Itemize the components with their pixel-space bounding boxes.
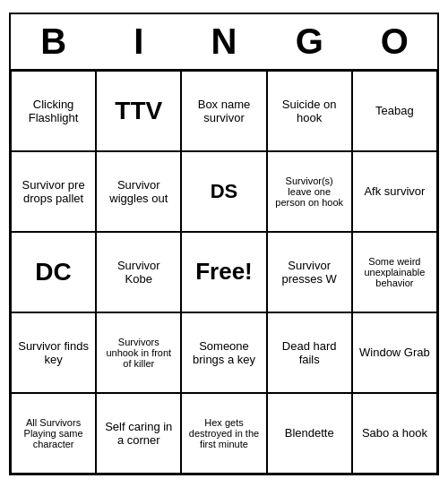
bingo-cell-15[interactable]: Survivor finds key [11,312,96,393]
letter-g: G [267,14,352,69]
cell-text-24: Sabo a hook [358,426,431,440]
cell-text-16: Survivors unhook in front of killer [102,337,175,369]
letter-b: B [11,14,96,69]
bingo-cell-4[interactable]: Teabag [352,71,437,151]
letter-n: N [181,14,266,69]
bingo-cell-7[interactable]: DS [181,151,266,232]
cell-text-1: TTV [102,97,175,125]
cell-text-17: Someone brings a key [187,339,260,366]
cell-text-14: Some weird unexplainable behavior [358,256,431,288]
letter-i: I [96,14,181,69]
bingo-cell-17[interactable]: Someone brings a key [181,312,266,393]
bingo-cell-22[interactable]: Hex gets destroyed in the first minute [181,393,266,474]
cell-text-4: Teabag [358,104,431,117]
cell-text-15: Survivor finds key [17,339,90,366]
cell-text-7: DS [187,180,260,203]
cell-text-8: Survivor(s) leave one person on hook [273,175,346,208]
cell-text-5: Survivor pre drops pallet [17,178,90,205]
bingo-cell-20[interactable]: All Survivors Playing same character [11,393,96,474]
cell-text-20: All Survivors Playing same character [17,417,90,449]
cell-text-18: Dead hard fails [273,339,346,366]
bingo-cell-1[interactable]: TTV [96,71,181,151]
bingo-cell-9[interactable]: Afk survivor [352,151,437,232]
bingo-cell-6[interactable]: Survivor wiggles out [96,151,181,232]
bingo-grid: Clicking FlashlightTTVBox name survivorS… [11,69,437,474]
bingo-cell-16[interactable]: Survivors unhook in front of killer [96,312,181,393]
bingo-cell-19[interactable]: Window Grab [352,312,437,393]
bingo-cell-5[interactable]: Survivor pre drops pallet [11,151,96,232]
cell-text-6: Survivor wiggles out [102,178,175,205]
cell-text-21: Self caring in a corner [102,420,175,447]
cell-text-22: Hex gets destroyed in the first minute [187,417,260,449]
cell-text-3: Suicide on hook [273,98,346,124]
cell-text-13: Survivor presses W [273,259,346,286]
bingo-cell-24[interactable]: Sabo a hook [352,393,437,474]
letter-o: O [352,14,437,69]
bingo-cell-23[interactable]: Blendette [267,393,352,474]
bingo-cell-10[interactable]: DC [11,232,96,312]
cell-text-9: Afk survivor [358,184,431,198]
bingo-header: B I N G O [11,14,437,69]
cell-text-12: Free! [187,258,260,286]
bingo-cell-14[interactable]: Some weird unexplainable behavior [352,232,437,312]
cell-text-11: Survivor Kobe [102,259,175,286]
cell-text-0: Clicking Flashlight [17,98,90,124]
bingo-cell-8[interactable]: Survivor(s) leave one person on hook [267,151,352,232]
cell-text-23: Blendette [273,426,346,440]
bingo-cell-11[interactable]: Survivor Kobe [96,232,181,312]
cell-text-10: DC [17,258,90,286]
bingo-card: B I N G O Clicking FlashlightTTVBox name… [9,13,439,475]
bingo-cell-0[interactable]: Clicking Flashlight [11,71,96,151]
bingo-cell-3[interactable]: Suicide on hook [267,71,352,151]
bingo-cell-21[interactable]: Self caring in a corner [96,393,181,474]
cell-text-2: Box name survivor [187,98,260,124]
bingo-cell-2[interactable]: Box name survivor [181,71,266,151]
cell-text-19: Window Grab [358,346,431,359]
bingo-cell-12[interactable]: Free! [181,232,266,312]
bingo-cell-18[interactable]: Dead hard fails [267,312,352,393]
bingo-cell-13[interactable]: Survivor presses W [267,232,352,312]
